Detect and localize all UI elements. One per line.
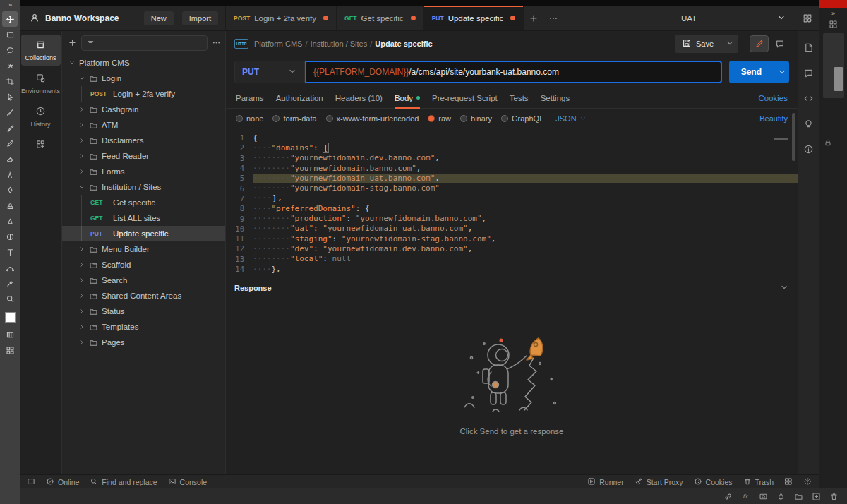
tree-item-templates[interactable]: Templates: [62, 319, 225, 335]
code-line-5[interactable]: 5········"yournewfidomain-uat.banno.com"…: [226, 173, 798, 183]
code-line-9[interactable]: 9········"production": "yournewfidomain.…: [226, 213, 798, 223]
import-button[interactable]: Import: [182, 11, 218, 25]
fuzzy-select-tool[interactable]: [2, 58, 18, 73]
environment-quick-look-button[interactable]: [795, 6, 819, 30]
code-line-14[interactable]: 14····},: [226, 264, 798, 274]
tab-params[interactable]: Params: [236, 88, 264, 108]
cookies-link[interactable]: Cookies: [758, 94, 788, 102]
panel-scrollbar[interactable]: [792, 113, 795, 161]
tree-item-login[interactable]: Login: [62, 71, 225, 86]
tree-item-platform-cms[interactable]: Platform CMS: [62, 55, 225, 71]
code-line-10[interactable]: 10········"uat": "yournewfidomain-uat.ba…: [226, 224, 798, 234]
save-options-button[interactable]: [721, 35, 738, 53]
request-tab-update-specific[interactable]: PUTUpdate specific: [424, 6, 524, 30]
link-icon[interactable]: [723, 492, 733, 501]
status-windows-grid[interactable]: [784, 477, 793, 487]
chevron-right-icon[interactable]: [78, 246, 85, 253]
plus-box-icon[interactable]: [812, 492, 821, 501]
mode-none[interactable]: none: [236, 114, 263, 123]
tree-item-update-specific[interactable]: PUTUpdate specific: [62, 226, 225, 241]
tab-headers-10[interactable]: Headers (10): [335, 88, 383, 108]
status-trash[interactable]: Trash: [743, 477, 774, 487]
chevron-right-icon[interactable]: [78, 121, 85, 128]
sidebar-more-button[interactable]: [212, 38, 221, 49]
editor-scrollbar[interactable]: [774, 138, 788, 140]
paths-tool[interactable]: [2, 260, 18, 275]
chevron-right-icon[interactable]: [78, 106, 85, 113]
beautify-link[interactable]: Beautify: [759, 114, 788, 123]
chevron-right-icon[interactable]: [78, 339, 85, 346]
pencil-tool[interactable]: [2, 136, 18, 151]
tab-authorization[interactable]: Authorization: [276, 88, 323, 108]
transform-tool[interactable]: [2, 89, 18, 104]
tree-item-login-2fa-verify[interactable]: POSTLogin + 2fa verify: [62, 86, 225, 102]
chevron-right-icon[interactable]: [78, 261, 85, 268]
zoom-tool[interactable]: [2, 291, 18, 306]
info-icon[interactable]: [803, 144, 814, 155]
crop-tool[interactable]: [2, 73, 18, 89]
status-help[interactable]: [803, 477, 812, 487]
more-tabs-button[interactable]: [543, 6, 563, 30]
code-line-2[interactable]: 2····"domains": [: [226, 143, 798, 152]
chevron-down-icon[interactable]: [68, 59, 76, 66]
mode-binary[interactable]: binary: [460, 114, 492, 123]
dodge-burn-tool[interactable]: [2, 229, 18, 244]
rail-item-grid-plus[interactable]: [21, 134, 61, 155]
move-tool[interactable]: [2, 11, 18, 27]
trash-icon[interactable]: [829, 492, 839, 501]
rail-item-collections[interactable]: Collections: [21, 35, 61, 66]
chevron-right-icon[interactable]: [78, 137, 85, 144]
smudge-tool[interactable]: [2, 213, 18, 229]
new-tab-button[interactable]: [524, 6, 543, 30]
comment-icon[interactable]: [803, 68, 814, 78]
tree-item-scaffold[interactable]: Scaffold: [62, 257, 225, 272]
mode-x-www-form-urlencoded[interactable]: x-www-form-urlencoded: [326, 114, 419, 123]
code-line-8[interactable]: 8····"preferredDomains": {: [226, 203, 798, 213]
rect-select-tool[interactable]: [2, 27, 18, 42]
tree-item-shared-content-areas[interactable]: Shared Content Areas: [62, 288, 225, 304]
code-line-11[interactable]: 11········"staging": "yournewfidomain-st…: [226, 234, 798, 244]
collapse-response-button[interactable]: [779, 282, 789, 294]
tree-item-list-all-sites[interactable]: GETList ALL sites: [62, 210, 225, 226]
tree-item-search[interactable]: Search: [62, 272, 225, 288]
windows-grid-tool[interactable]: [2, 342, 18, 358]
status-find-and-replace[interactable]: Find and replace: [90, 477, 157, 487]
chevron-right-icon[interactable]: [78, 277, 85, 284]
chevron-down-icon[interactable]: [78, 184, 85, 191]
code-line-4[interactable]: 4········"yournewfidomain.banno.com",: [226, 163, 798, 173]
tree-item-get-specific[interactable]: GETGet specific: [62, 195, 225, 210]
ink-tool[interactable]: [2, 182, 18, 198]
language-select[interactable]: JSON: [555, 114, 586, 123]
code-line-6[interactable]: 6········"yournewfidomain-stag.banno.com…: [226, 183, 798, 193]
tree-item-status[interactable]: Status: [62, 304, 225, 319]
measure-tool[interactable]: [2, 104, 18, 120]
code-line-12[interactable]: 12········"dev": "yournewfidomain.dev.ba…: [226, 244, 798, 253]
send-button[interactable]: Send: [729, 61, 774, 83]
url-input[interactable]: {{PLATFORM_DOMAIN}}/a/cms/api/site/yourb…: [305, 61, 722, 83]
code-line-3[interactable]: 3········"yournewfidomain.dev.banno.com"…: [226, 153, 798, 163]
code-icon[interactable]: [803, 93, 814, 104]
tree-item-atm[interactable]: ATM: [62, 117, 225, 133]
new-button[interactable]: New: [144, 11, 174, 25]
mode-graphql[interactable]: GraphQL: [501, 114, 543, 123]
code-line-13[interactable]: 13········"local": null: [226, 254, 798, 264]
chevron-right-icon[interactable]: [78, 308, 85, 315]
bulb-icon[interactable]: [803, 119, 814, 129]
chevron-down-icon[interactable]: [78, 75, 85, 82]
chevron-right-icon[interactable]: [78, 323, 85, 330]
collapse-arrows-icon[interactable]: »: [819, 8, 847, 17]
comments-button[interactable]: [770, 35, 789, 52]
chevron-right-icon[interactable]: [78, 152, 85, 160]
camera-icon[interactable]: [759, 492, 768, 501]
mode-raw[interactable]: raw: [428, 114, 451, 123]
expand-arrows-icon[interactable]: »: [8, 1, 11, 11]
request-tab-login-2fa-verify[interactable]: POSTLogin + 2fa verify: [226, 6, 337, 30]
tab-pre-request-script[interactable]: Pre-request Script: [432, 88, 498, 108]
tab-settings[interactable]: Settings: [541, 88, 570, 108]
filter-input[interactable]: [81, 35, 208, 51]
status-online[interactable]: Online: [46, 477, 79, 487]
code-line-1[interactable]: 1{: [226, 133, 798, 143]
fx-icon[interactable]: fx: [741, 492, 750, 501]
add-collection-button[interactable]: [68, 38, 77, 49]
status-layout[interactable]: [27, 477, 35, 487]
